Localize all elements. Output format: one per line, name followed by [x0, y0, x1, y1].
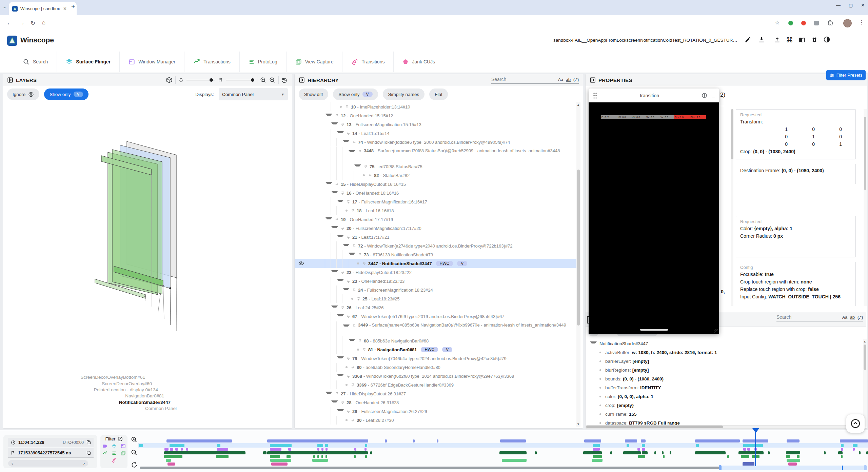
layer-label[interactable]: NavigationBar0#81 — [28, 393, 164, 398]
hierarchy-row-3449[interactable]: 3449- Surface(name=885b63e NavigationBar… — [295, 321, 580, 336]
ignore-button[interactable]: Ignore — [7, 88, 39, 100]
hierarchy-scrollbar[interactable]: ▲ ▼ — [576, 102, 580, 427]
minimize-icon[interactable]: _ — [712, 93, 715, 99]
browser-menu-icon[interactable]: ⋮ — [859, 19, 864, 25]
3d-view-cube-icon[interactable] — [166, 77, 173, 83]
expander-arrow-icon[interactable] — [337, 279, 344, 283]
extension-red-icon[interactable] — [801, 21, 806, 25]
transition-preview-window[interactable]: transition _ P: 0 / 1dX: 0.0dY: 0.0Xv: 0… — [589, 88, 719, 334]
expander-arrow-icon[interactable] — [343, 288, 350, 292]
timeline-scrollbar-thumb[interactable] — [140, 467, 719, 469]
reset-view-icon[interactable] — [281, 77, 288, 83]
layer-label[interactable]: ScreenDecorOverlayBottom#61 — [9, 375, 145, 380]
curr-root-row[interactable]: NotificationShade#3447 — [585, 339, 861, 348]
bug-report-icon[interactable] — [811, 36, 818, 43]
displays-select[interactable]: Common Panel ▼ — [219, 88, 288, 100]
extension-gray-icon[interactable] — [814, 21, 819, 25]
scroll-up-icon[interactable]: ▲ — [863, 340, 866, 343]
bookmark-star-icon[interactable]: ☆ — [775, 19, 780, 26]
property-row[interactable]: currFrame:155 — [585, 410, 861, 418]
timeline-zoom-out-icon[interactable] — [131, 449, 138, 456]
expander-arrow-icon[interactable] — [337, 200, 344, 204]
back-icon[interactable]: ← — [7, 20, 13, 26]
hierarchy-row-16[interactable]: 16- OneHanded:16:16#16 — [295, 189, 580, 197]
property-row[interactable]: barrierLayer:[empty] — [585, 357, 861, 366]
tab-search-chevron-icon[interactable]: ⌄ — [3, 4, 6, 9]
hierarchy-row-10[interactable]: 10- ImePlaceholder:13:14#10 — [295, 102, 580, 111]
expander-arrow-icon[interactable] — [326, 217, 332, 221]
expander-arrow-icon[interactable] — [331, 400, 338, 405]
tab-window-manager[interactable]: Window Manager — [119, 52, 184, 72]
surface-flinger-trace-icon[interactable] — [112, 444, 117, 449]
next-entry-icon[interactable]: › — [83, 461, 85, 466]
expander-arrow-icon[interactable] — [326, 182, 332, 186]
hierarchy-row-29[interactable]: 29- FullscreenMagnification:26:27#29 — [295, 407, 580, 416]
expander-arrow-icon[interactable] — [337, 356, 344, 360]
dark-mode-icon[interactable] — [823, 36, 830, 43]
panel-collapse-icon[interactable] — [7, 77, 13, 83]
hierarchy-row-28[interactable]: 28- OneHanded:26:31#28 — [295, 398, 580, 407]
screen-recording-trace-icon[interactable] — [102, 444, 107, 449]
window-minimize-icon[interactable]: — — [836, 3, 841, 8]
timeline-range-track[interactable] — [719, 466, 867, 470]
hierarchy-row-30[interactable]: 30- Leaf:26:27#30 — [295, 416, 580, 425]
zoom-in-icon[interactable] — [260, 77, 267, 83]
hierarchy-row-19[interactable]: 19- OneHanded:17:17#19 — [295, 215, 580, 224]
hierarchy-row-3368[interactable]: 3368- WindowToken{f6b2f60 type=2024 andr… — [295, 372, 580, 380]
expander-arrow-icon[interactable] — [337, 314, 344, 318]
property-row[interactable]: bufferTransform:IDENTITY — [585, 383, 861, 392]
spacing-slider[interactable] — [226, 80, 254, 80]
hierarchy-row-3448[interactable]: 3448- Surface(name=ed70f88 StatusBar)/@0… — [295, 146, 580, 162]
tab-transitions[interactable]: Transitions — [342, 52, 393, 72]
timeline-reset-zoom-icon[interactable] — [131, 461, 138, 468]
panel-collapse-icon[interactable] — [299, 77, 305, 83]
tab-protolog[interactable]: ProtoLog — [239, 52, 286, 72]
hierarchy-row-79[interactable]: 79- WindowToken{7046b4a type=2024 androi… — [295, 354, 580, 363]
expander-arrow-icon[interactable] — [331, 191, 338, 195]
window-manager-trace-icon[interactable] — [121, 444, 126, 449]
properties-scrollbar[interactable] — [864, 109, 867, 306]
zoom-out-icon[interactable] — [269, 77, 276, 83]
hierarchy-row-73[interactable]: 73- 8736138 NotificationShade#73 — [295, 250, 580, 259]
hierarchy-row-12[interactable]: 12- OneHanded:15:15#12 — [295, 111, 580, 120]
upload-icon[interactable] — [774, 36, 781, 43]
range-left-handle[interactable] — [719, 465, 722, 470]
edit-pencil-icon[interactable] — [745, 36, 751, 43]
protolog-trace-icon[interactable] — [112, 451, 117, 456]
shortcuts-icon[interactable]: ⌘ — [786, 36, 793, 44]
hierarchy-row-75[interactable]: 75- ed70f88 StatusBar#75 — [295, 162, 580, 171]
resize-handle[interactable] — [714, 329, 718, 333]
window-maximize-icon[interactable]: ▢ — [849, 3, 853, 8]
expander-arrow-icon[interactable] — [343, 140, 350, 144]
property-row[interactable]: bounds:(0, 0) - (1080, 2400) — [585, 374, 861, 383]
browser-tab[interactable]: Winscope | sandbox-FAIL ✕ — [9, 2, 77, 15]
hierarchy-row-27[interactable]: 27- HideDisplayCutout:26:31#27 — [295, 389, 580, 398]
profile-avatar[interactable] — [843, 19, 852, 27]
property-row[interactable]: color:(0, 0, 0), alpha: 1 — [585, 392, 861, 401]
hierarchy-row-80[interactable]: 80- ace6abb SecondaryHomeHandle0#80 — [295, 363, 580, 372]
home-icon[interactable]: ⌂ — [42, 19, 45, 26]
simplify-names-button[interactable]: Simplify names — [383, 88, 425, 100]
expander-arrow-icon[interactable] — [343, 244, 350, 248]
hierarchy-row-82[interactable]: 82- StatusBar#82 — [295, 171, 580, 180]
expander-arrow-icon[interactable] — [337, 409, 344, 413]
expander-arrow-icon[interactable] — [337, 235, 344, 239]
hierarchy-tree[interactable]: 10- ImePlaceholder:13:14#1012- OneHanded… — [295, 102, 580, 425]
window-close-icon[interactable]: ✕ — [861, 3, 865, 8]
expander-arrow-icon[interactable] — [354, 164, 361, 169]
panel-collapse-icon[interactable] — [590, 77, 596, 83]
hierarchy-row-67[interactable]: 67- WindowToken{e5176f9 type=2019 androi… — [295, 312, 580, 321]
timeline-cursor-line[interactable] — [755, 432, 756, 466]
hierarchy-search-input[interactable]: Search Aa ab (.*) — [491, 77, 579, 84]
curr-properties-tree[interactable]: NotificationShade#3447activeBuffer:w: 10… — [585, 339, 861, 427]
tab-surface-flinger[interactable]: Surface Flinger — [57, 52, 119, 72]
tab-search[interactable]: Search — [14, 52, 57, 72]
expander-arrow-icon[interactable] — [349, 253, 355, 257]
info-icon[interactable] — [702, 93, 707, 98]
range-right-handle[interactable] — [864, 465, 867, 470]
hierarchy-row-22[interactable]: 22- HideDisplayCutout:18:23#22 — [295, 268, 580, 277]
layer-label-selected[interactable]: NotificationShade#3447 — [35, 400, 171, 405]
hierarchy-row-14[interactable]: 14- Leaf:15:15#14 — [295, 129, 580, 138]
expander-arrow-icon[interactable] — [326, 114, 332, 118]
curr-root-label[interactable]: NotificationShade#3447 — [599, 341, 648, 346]
